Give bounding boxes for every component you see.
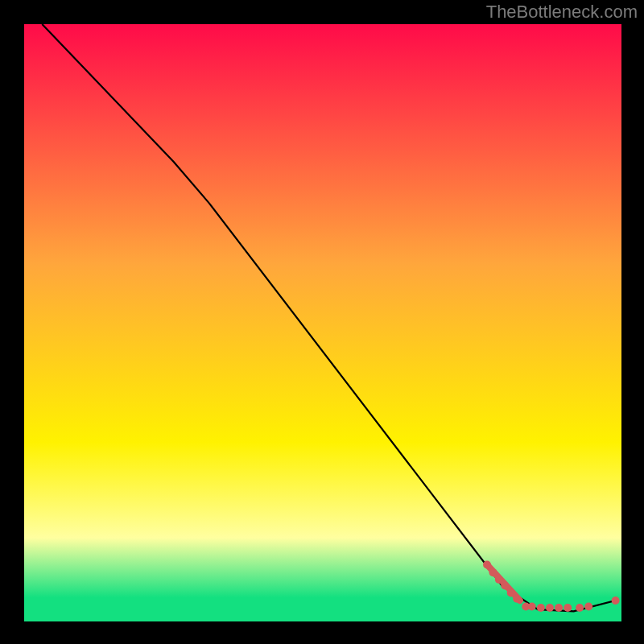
data-point (576, 604, 584, 612)
bottleneck-chart (0, 0, 644, 644)
data-point (546, 604, 554, 612)
data-point (501, 581, 509, 589)
watermark-label: TheBottleneck.com (486, 2, 638, 23)
data-point (489, 568, 497, 576)
plot-background (24, 24, 621, 621)
chart-container: TheBottleneck.com (0, 0, 644, 644)
data-point (483, 561, 491, 569)
data-point (528, 602, 536, 610)
data-point (612, 597, 620, 605)
data-point (564, 604, 572, 612)
data-point (537, 604, 545, 612)
data-point (495, 576, 503, 584)
data-point (555, 604, 563, 612)
data-point (507, 588, 515, 597)
data-point (584, 602, 592, 610)
data-point (513, 595, 521, 603)
